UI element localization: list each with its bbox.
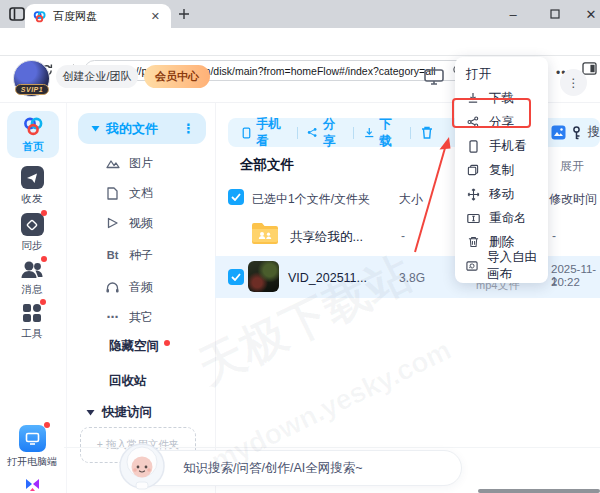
delete-button[interactable] bbox=[421, 126, 433, 139]
canvas-icon bbox=[466, 260, 478, 272]
rail-divider bbox=[66, 103, 67, 493]
col-modified[interactable]: 修改时间 bbox=[549, 191, 597, 208]
select-all-checkbox[interactable] bbox=[228, 189, 244, 205]
transfer-monitor-icon[interactable] bbox=[423, 67, 445, 87]
row-checkbox[interactable] bbox=[228, 269, 244, 285]
sidebar-item-quick-access[interactable]: 快捷访问 bbox=[86, 404, 152, 421]
file-row-size: - bbox=[401, 229, 405, 243]
hidden-space-badge bbox=[164, 340, 170, 346]
sidebar-divider bbox=[215, 103, 216, 493]
assistant-mascot[interactable] bbox=[118, 442, 166, 490]
trash-icon bbox=[466, 236, 480, 248]
menu-item-import-canvas[interactable]: 导入自由画布 bbox=[455, 254, 548, 278]
sidebar-item-videos[interactable]: 视频 bbox=[104, 213, 214, 233]
highlight-box bbox=[452, 98, 531, 128]
pictures-icon bbox=[104, 157, 121, 169]
tab-close-icon[interactable]: ✕ bbox=[148, 10, 163, 23]
rail-home-label: 首页 bbox=[23, 140, 44, 154]
window-maximize-button[interactable] bbox=[540, 0, 570, 28]
workspaces-icon[interactable] bbox=[9, 6, 25, 22]
sidebar-item-hidden-space[interactable]: 隐藏空间 bbox=[109, 338, 170, 355]
dots-icon: ⋯ bbox=[104, 310, 121, 324]
col-size[interactable]: 大小 bbox=[399, 191, 423, 208]
share-button[interactable]: 分享 bbox=[307, 116, 343, 150]
documents-icon bbox=[104, 187, 121, 200]
pc-client-icon bbox=[19, 425, 46, 452]
rename-icon bbox=[466, 213, 480, 224]
browser-titlebar: 百度网盘 ✕ – ✕ bbox=[0, 0, 600, 28]
svip-badge: SVIP1 bbox=[15, 84, 49, 95]
browser-navbar: https://pan.baidu.com/disk/main?from=hom… bbox=[0, 28, 600, 56]
menu-item-rename[interactable]: 重命名 bbox=[455, 206, 548, 230]
rail-item-sync[interactable]: 同步 bbox=[0, 213, 64, 253]
caret-down-icon bbox=[91, 125, 100, 132]
rail-item-send-receive[interactable]: 收发 bbox=[0, 166, 64, 206]
search-label[interactable]: 搜 bbox=[587, 124, 600, 141]
rail-item-home[interactable]: 首页 bbox=[7, 111, 59, 158]
sidebar-item-others[interactable]: ⋯ 其它 bbox=[104, 307, 214, 327]
sidebar-item-recycle-bin[interactable]: 回收站 bbox=[109, 373, 147, 390]
download-button[interactable]: 下载 bbox=[364, 116, 400, 150]
context-menu: 打开 下载 分享 手机看 复制 移动 重命名 删除 导入自由画布 bbox=[455, 57, 548, 283]
my-files-more-icon[interactable]: ⋮ bbox=[182, 121, 195, 136]
phone-icon bbox=[466, 140, 480, 153]
move-icon bbox=[466, 188, 480, 201]
sidebar-item-documents[interactable]: 文档 bbox=[104, 183, 214, 203]
all-files-title: 全部文件 bbox=[240, 156, 294, 174]
sidebar-item-torrents[interactable]: Bt 种子 bbox=[104, 245, 214, 265]
open-pc-client[interactable]: 打开电脑端 bbox=[0, 425, 64, 469]
bt-icon: Bt bbox=[104, 249, 121, 261]
tools-icon bbox=[21, 302, 43, 324]
messages-icon bbox=[19, 258, 45, 280]
videos-icon bbox=[104, 217, 121, 229]
window-close-button[interactable]: ✕ bbox=[576, 0, 600, 28]
tab-favicon-icon bbox=[33, 10, 46, 23]
menu-item-move[interactable]: 移动 bbox=[455, 182, 548, 206]
create-team-button[interactable]: 创建企业/团队 bbox=[56, 65, 138, 88]
caret-down-icon bbox=[86, 409, 95, 416]
messages-badge bbox=[41, 256, 47, 262]
file-row-modified-time: 20:22 bbox=[551, 276, 580, 288]
audio-icon bbox=[104, 281, 121, 293]
bottom-app-logo-icon[interactable] bbox=[24, 477, 41, 493]
sidebar-item-my-files[interactable]: 我的文件 ⋮ bbox=[78, 113, 206, 144]
new-tab-button[interactable] bbox=[178, 8, 190, 20]
expand-button[interactable]: 展开 bbox=[560, 158, 584, 175]
rail-item-tools[interactable]: 工具 bbox=[0, 302, 64, 341]
horizontal-scrollbar[interactable] bbox=[478, 489, 600, 493]
menu-item-phone-view[interactable]: 手机看 bbox=[455, 134, 548, 158]
ai-search-bar[interactable]: 知识搜索/问答/创作/AI全网搜索~ bbox=[132, 450, 462, 486]
image-search-icon[interactable] bbox=[551, 125, 566, 140]
tab-title: 百度网盘 bbox=[53, 9, 148, 24]
member-center-button[interactable]: 会员中心 bbox=[144, 65, 210, 88]
file-row-name[interactable]: VID_202511... bbox=[288, 271, 367, 285]
sync-badge bbox=[41, 210, 47, 216]
sidebar-item-audio[interactable]: 音频 bbox=[104, 277, 214, 297]
key-icon[interactable] bbox=[572, 126, 581, 140]
my-files-label: 我的文件 bbox=[106, 120, 158, 138]
selection-info: 已选中1个文件/文件夹 bbox=[252, 191, 370, 208]
browser-tab[interactable]: 百度网盘 ✕ bbox=[25, 4, 171, 28]
shared-folder-icon[interactable] bbox=[250, 221, 280, 246]
phone-view-button[interactable]: 手机看 bbox=[242, 116, 287, 150]
file-row-name[interactable]: 共享给我的... bbox=[290, 229, 363, 246]
split-screen-icon[interactable] bbox=[582, 62, 597, 75]
menu-item-open[interactable]: 打开 bbox=[455, 62, 548, 86]
sidebar-item-pictures[interactable]: 图片 bbox=[104, 153, 214, 173]
window-minimize-button[interactable]: – bbox=[498, 0, 528, 28]
menu-item-copy[interactable]: 复制 bbox=[455, 158, 548, 182]
video-thumbnail[interactable] bbox=[248, 261, 279, 292]
send-receive-icon bbox=[21, 166, 44, 189]
sync-icon bbox=[21, 213, 44, 236]
rail-item-messages[interactable]: 消息 bbox=[0, 258, 64, 297]
ai-search-placeholder: 知识搜索/问答/创作/AI全网搜索~ bbox=[183, 460, 363, 477]
copy-icon bbox=[466, 164, 480, 176]
page-more-button[interactable]: ⋮ bbox=[560, 69, 587, 96]
file-row-size: 3.8G bbox=[399, 271, 425, 285]
tools-badge bbox=[40, 299, 46, 305]
pc-client-badge bbox=[44, 422, 50, 428]
file-row-modified: - bbox=[552, 229, 556, 243]
netdisk-logo-icon bbox=[22, 115, 44, 137]
